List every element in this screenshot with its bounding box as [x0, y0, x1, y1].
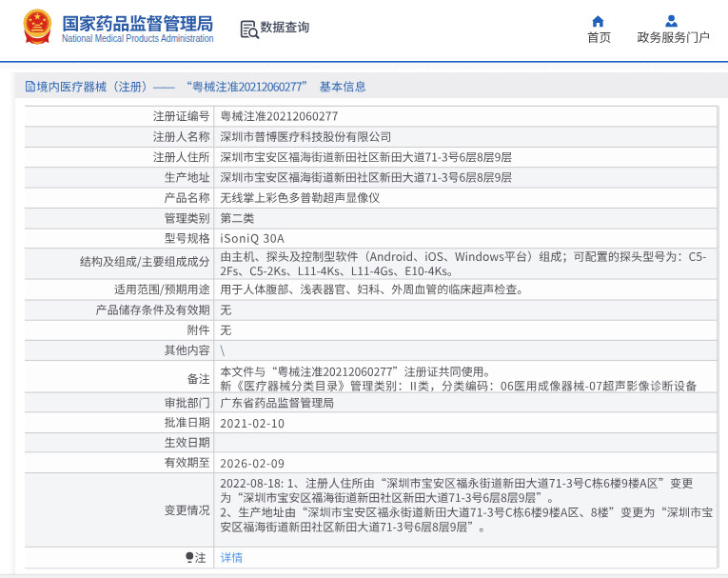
svg-text:National Medical Products Admi: National Medical Products Administration: [62, 32, 214, 44]
